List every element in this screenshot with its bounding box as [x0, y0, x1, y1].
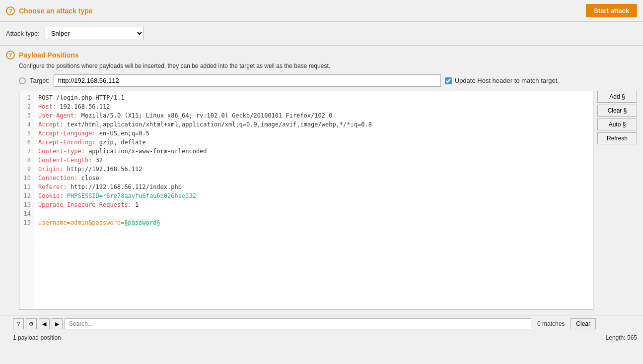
matches-count: 0 matches — [537, 320, 565, 327]
length-value: Length: 565 — [606, 334, 637, 341]
editor-sidebar: Add § Clear § Auto § Refresh — [593, 91, 637, 310]
payload-section-title: Payload Positions — [19, 51, 79, 59]
payload-section-header: ? Payload Positions — [6, 51, 637, 60]
attack-type-select[interactable]: Sniper Battering ram Pitchfork Cluster b… — [45, 27, 144, 40]
target-input[interactable] — [54, 74, 441, 87]
settings-bottom-icon[interactable]: ⚙ — [26, 318, 37, 329]
clear-search-button[interactable]: Clear — [571, 318, 596, 329]
help-bottom-icon[interactable]: ? — [13, 318, 24, 329]
choose-attack-title: Choose an attack type — [19, 7, 93, 15]
choose-attack-header: ? Choose an attack type Start attack — [0, 0, 643, 22]
payload-help-icon[interactable]: ? — [6, 51, 15, 60]
next-match-button[interactable]: ▶ — [52, 318, 63, 329]
update-host-label: Update Host header to match target — [455, 77, 558, 84]
target-icon — [19, 77, 26, 84]
target-row: Target: Update Host header to match targ… — [19, 74, 637, 87]
code-editor: 12345 678910 1112131415 POST /login.php … — [19, 91, 593, 309]
section-title-row: ? Choose an attack type — [6, 6, 93, 15]
footer-bar: 1 payload position Length: 565 — [0, 332, 643, 343]
update-host-checkbox[interactable] — [445, 77, 452, 84]
payload-description: Configure the positions where payloads w… — [19, 62, 637, 69]
target-label: Target: — [30, 77, 50, 84]
help-icon[interactable]: ? — [6, 6, 15, 15]
add-section-button[interactable]: Add § — [597, 91, 637, 103]
attack-type-label: Attack type: — [6, 30, 40, 37]
editor-layout: 12345 678910 1112131415 POST /login.php … — [19, 91, 637, 310]
payload-positions-section: ? Payload Positions Configure the positi… — [0, 46, 643, 315]
attack-type-row: Attack type: Sniper Battering ram Pitchf… — [0, 22, 643, 46]
auto-section-button[interactable]: Auto § — [597, 119, 637, 130]
refresh-button[interactable]: Refresh — [597, 132, 637, 144]
request-editor[interactable]: 12345 678910 1112131415 POST /login.php … — [19, 91, 593, 310]
search-input[interactable] — [65, 318, 531, 329]
line-numbers: 12345 678910 1112131415 — [19, 91, 34, 309]
clear-section-button[interactable]: Clear § — [597, 105, 637, 117]
start-attack-button[interactable]: Start attack — [586, 4, 637, 17]
bottom-bar: ? ⚙ ◀ ▶ 0 matches Clear — [0, 315, 643, 332]
prev-match-button[interactable]: ◀ — [39, 318, 50, 329]
payload-positions-count: 1 payload position — [13, 334, 61, 341]
update-host-row: Update Host header to match target — [445, 77, 558, 84]
main-container: ? Choose an attack type Start attack Att… — [0, 0, 643, 364]
code-lines: POST /login.php HTTP/1.1 Host: 192.168.5… — [34, 91, 593, 309]
